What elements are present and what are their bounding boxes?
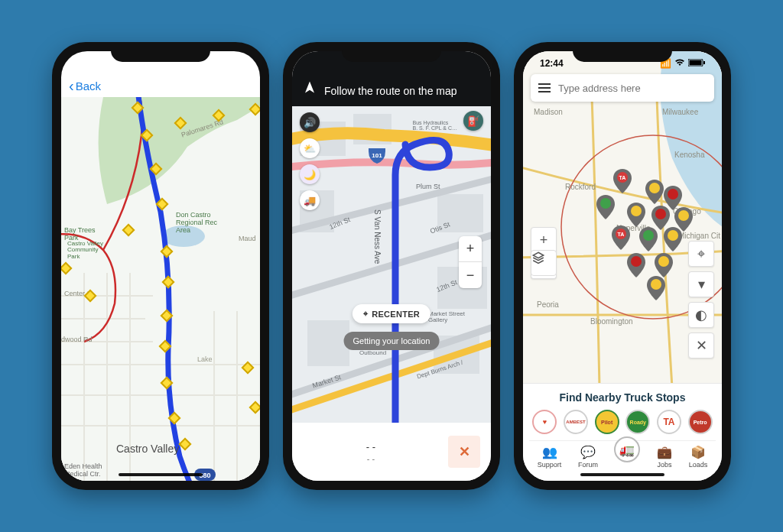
weather-icon: ⛅ <box>304 143 316 154</box>
truck-stop-pin[interactable] <box>627 203 645 227</box>
nav-label: Forum <box>578 461 598 469</box>
nav-center[interactable]: 🚛 <box>614 444 640 469</box>
route-map[interactable]: 580 Palomares Rd Maud Center St dwood Rd… <box>61 97 260 481</box>
poi-bus-hydraulics: Bus Hydraulics B. S. F. CPL & C… <box>413 120 457 131</box>
truck-button[interactable]: 🚚 <box>300 190 320 210</box>
close-button[interactable]: ✕ <box>448 436 480 468</box>
phone-1-screen: ‹ Back <box>61 51 260 481</box>
recenter-label: RECENTER <box>372 310 420 319</box>
map-canvas: 580 <box>61 97 260 481</box>
truck-stop-pin[interactable] <box>627 253 645 277</box>
poi-market-gallery: Market Street Gallery <box>428 311 465 324</box>
svg-text:TA: TA <box>619 175 626 180</box>
bottom-nav: 👥Support 💬Forum 🚛 💼Jobs 📦Loads <box>529 440 716 469</box>
crosshair-icon: ⌖ <box>697 246 705 262</box>
svg-point-34 <box>631 206 642 216</box>
brand-ambest[interactable]: AMBEST <box>564 410 588 434</box>
svg-point-31 <box>649 183 660 193</box>
brand-ta[interactable]: TA <box>657 410 681 434</box>
night-button[interactable]: 🌙 <box>300 164 320 184</box>
home-indicator <box>119 473 203 476</box>
brand-row: ♥ AMBEST Pilot Roady TA Petro <box>529 410 716 434</box>
place-eden: Eden Health Medical Ctr. <box>64 463 102 478</box>
people-icon: 👥 <box>542 444 557 459</box>
location-toast: Getting your location <box>344 332 440 350</box>
svg-point-39 <box>643 230 654 241</box>
search-bar <box>531 74 714 102</box>
road-label-plum: Plum St <box>416 183 440 190</box>
menu-button[interactable] <box>538 83 551 92</box>
filter-button-2[interactable]: ◐ <box>688 302 714 328</box>
back-label: Back <box>76 79 101 92</box>
close-icon: ✕ <box>459 443 470 460</box>
radar-icon: ◐ <box>695 307 707 323</box>
home-indicator <box>580 473 664 476</box>
fuel-icon: ⛽ <box>467 115 479 127</box>
truck-stop-pin[interactable] <box>645 180 664 204</box>
notch <box>342 42 441 62</box>
truck-stop-pin[interactable] <box>655 253 673 277</box>
svg-point-35 <box>655 209 666 219</box>
brand-loves[interactable]: ♥ <box>532 410 557 434</box>
eta-sub: - - <box>367 454 375 463</box>
fuel-button[interactable]: ⛽ <box>463 111 483 131</box>
address-input[interactable] <box>558 83 707 94</box>
target-icon: ⌖ <box>363 309 368 319</box>
chevron-left-icon: ‹ <box>69 77 74 95</box>
layers-button[interactable] <box>531 250 557 276</box>
truck-stop-pin[interactable] <box>664 227 682 251</box>
truck-stop-pin[interactable] <box>596 195 615 219</box>
zoom-in-button[interactable]: + <box>531 227 557 253</box>
svg-text:101: 101 <box>372 152 382 159</box>
place-don-castro: Don Castro Regional Rec Area <box>176 212 217 235</box>
svg-point-32 <box>668 189 678 200</box>
nav-forum[interactable]: 💬Forum <box>578 444 598 469</box>
truck-stop-pin[interactable] <box>639 227 658 251</box>
truck-icon: 🚚 <box>304 195 316 206</box>
locate-button[interactable]: ⌖ <box>688 241 714 267</box>
status-time: 12:44 <box>540 58 564 69</box>
wifi-icon <box>674 58 685 69</box>
back-button[interactable]: ‹ Back <box>69 77 101 95</box>
brand-pilot[interactable]: Pilot <box>595 410 619 434</box>
weather-button[interactable]: ⛅ <box>300 138 320 158</box>
place-castro-valley: Castro Valley <box>116 443 179 455</box>
footer-panel: Find Nearby Truck Stops ♥ AMBEST Pilot R… <box>523 383 722 481</box>
nav-support[interactable]: 👥Support <box>538 444 562 469</box>
city-michigan: Michigan Cit <box>678 232 720 240</box>
svg-rect-21 <box>307 320 349 366</box>
phone-1-frame: ‹ Back <box>52 42 269 490</box>
brand-road[interactable]: Roady <box>625 410 650 434</box>
road-label-maud: Maud <box>239 235 256 242</box>
zoom-in-button[interactable]: + <box>459 236 482 262</box>
filter-button-3[interactable]: ✕ <box>688 332 714 358</box>
filter-button-1[interactable]: ▾ <box>688 271 714 297</box>
phone-2-frame: Follow the route on the map <box>283 42 500 490</box>
nav-bar: ‹ Back <box>61 74 260 97</box>
city-kenosha: Kenosha <box>674 151 704 159</box>
zoom-out-button[interactable]: − <box>459 262 482 288</box>
recenter-button[interactable]: ⌖ RECENTER <box>353 304 430 323</box>
brand-petro[interactable]: Petro <box>688 410 713 434</box>
svg-rect-25 <box>690 60 702 66</box>
bottom-bar: - - - - ✕ <box>292 423 491 481</box>
navigation-map[interactable]: 101 🔊 ⛅ 🌙 🚚 ⛽ + − Plum St 12th St Otis S… <box>292 106 491 423</box>
phone-2-screen: Follow the route on the map <box>292 51 491 481</box>
sound-button[interactable]: 🔊 <box>300 112 320 132</box>
footer-title: Find Nearby Truck Stops <box>529 391 716 404</box>
chat-icon: 💬 <box>580 444 596 459</box>
box-icon: 📦 <box>690 444 706 459</box>
svg-point-33 <box>600 198 611 209</box>
zoom-controls: + − <box>459 236 482 288</box>
truck-stop-pin[interactable]: TA <box>612 225 630 250</box>
road-label-lake: Lake <box>197 355 213 363</box>
truck-stop-pin[interactable]: TA <box>613 169 632 193</box>
road-label-dwood: dwood Rd <box>61 336 93 343</box>
moon-icon: 🌙 <box>304 169 316 180</box>
speaker-icon: 🔊 <box>304 117 316 128</box>
city-milwaukee: Milwaukee <box>662 108 698 116</box>
svg-point-36 <box>678 210 689 221</box>
nav-loads[interactable]: 📦Loads <box>689 444 708 469</box>
nav-jobs[interactable]: 💼Jobs <box>657 444 672 469</box>
truck-stop-pin[interactable] <box>647 276 665 300</box>
